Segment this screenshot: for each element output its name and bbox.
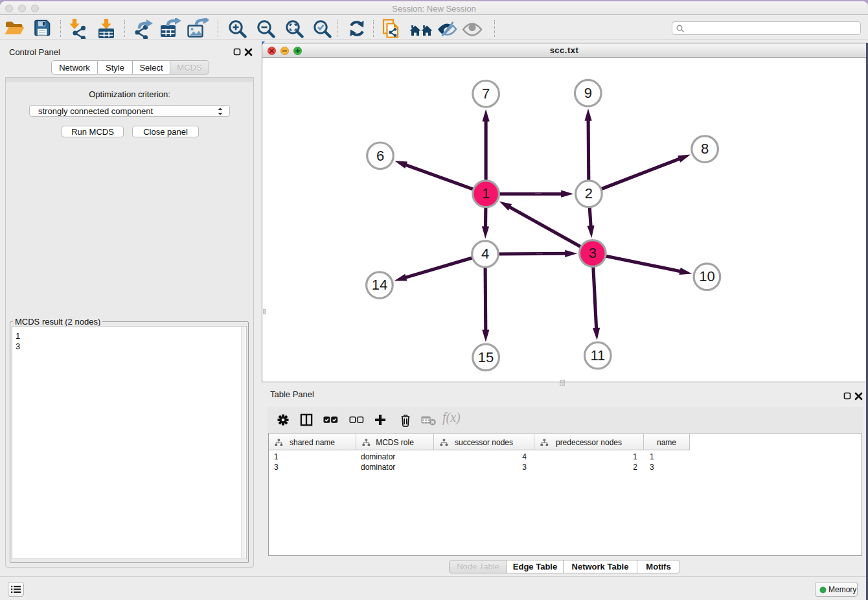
svg-text:1: 1 [482,185,490,202]
svg-text:9: 9 [584,85,592,101]
svg-text:6: 6 [376,148,384,164]
svg-text:14: 14 [372,277,387,293]
svg-text:8: 8 [701,141,709,157]
svg-text:4: 4 [481,246,489,262]
svg-text:3: 3 [589,245,597,261]
svg-text:2: 2 [585,185,593,202]
svg-text:15: 15 [478,349,494,365]
svg-text:10: 10 [699,268,714,284]
svg-text:11: 11 [590,347,605,363]
svg-text:7: 7 [482,86,490,102]
